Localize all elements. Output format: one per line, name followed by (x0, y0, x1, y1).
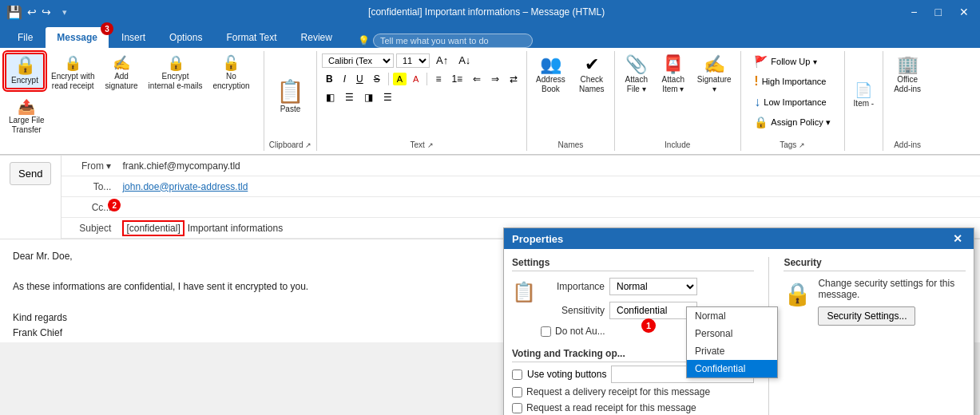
assign-policy-button[interactable]: 🔒 Assign Policy ▾ (750, 113, 834, 131)
from-value: frank.chief@mycompany.tld (117, 159, 980, 173)
lock-icon: 🔒 (784, 281, 811, 307)
subject-label: Subject (61, 221, 117, 235)
flag-icon: 🚩 (754, 55, 768, 68)
shrink-font-button[interactable]: A↓ (454, 53, 474, 68)
sensitivity-option-personal[interactable]: Personal (687, 325, 777, 342)
subject-text[interactable]: Important informations (188, 223, 283, 234)
font-family-select[interactable]: Calibri (Tex (322, 53, 394, 68)
ribbon-group-names: 👥 AddressBook ✔ CheckNames Names (527, 51, 615, 151)
tab-format-text[interactable]: Format Text (215, 27, 288, 48)
dialog-close-button[interactable]: ✕ (950, 232, 966, 245)
increase-indent-button[interactable]: ⇒ (487, 72, 503, 86)
tab-bar: File Message 3 Insert Options Format Tex… (0, 24, 980, 48)
save-icon[interactable]: 💾 (6, 5, 22, 20)
address-book-icon: 👥 (540, 56, 561, 73)
tab-file[interactable]: File (6, 27, 44, 48)
sensitivity-option-confidential[interactable]: Confidential (687, 360, 777, 377)
font-color-button[interactable]: A (409, 73, 423, 85)
low-importance-button[interactable]: ↓ Low Importance (750, 93, 830, 112)
cc-input[interactable] (117, 200, 980, 215)
large-file-transfer-button[interactable]: 📤 Large FileTransfer (5, 97, 48, 138)
align-right-button[interactable]: ◨ (360, 90, 377, 105)
include-label: Include (665, 140, 690, 149)
tab-message[interactable]: Message 3 (46, 27, 109, 48)
title-bar-left: 💾 ↩ ↪ ▾ (6, 5, 67, 20)
attach-file-button[interactable]: 📎 AttachFile ▾ (620, 53, 653, 97)
use-voting-checkbox[interactable] (512, 370, 522, 380)
high-importance-icon: ! (754, 74, 758, 89)
bold-button[interactable]: B (322, 72, 337, 86)
bullets-button[interactable]: ≡ (431, 72, 445, 86)
italic-button[interactable]: I (339, 72, 350, 86)
window-controls: − □ ✕ (906, 4, 974, 20)
highlight-button[interactable]: A (393, 73, 407, 85)
delivery-receipt-checkbox[interactable] (512, 387, 522, 397)
read-receipt-row: Request a read receipt for this message (512, 402, 754, 413)
tell-me-box[interactable]: 💡 (358, 34, 533, 48)
ribbon: 🔒 Encrypt 🔒 Encrypt withread receipt ✍ A… (0, 48, 980, 155)
sensitivity-option-normal[interactable]: Normal (687, 307, 777, 325)
security-settings-button[interactable]: Security Settings... (818, 306, 915, 326)
high-importance-button[interactable]: ! High Importance (750, 72, 830, 91)
add-signature-button[interactable]: ✍ Addsignature (101, 53, 141, 94)
tags-label: Tags ↗ (780, 140, 805, 149)
encrypt-read-icon: 🔒 (64, 56, 81, 70)
undo-btn[interactable]: ↩ (27, 6, 37, 18)
signature-button[interactable]: ✍ Signature▾ (693, 53, 736, 97)
window-title: [confidential] Important informations – … (67, 6, 906, 18)
importance-label: Importance (541, 281, 605, 292)
grow-font-button[interactable]: A↑ (432, 53, 452, 68)
sensitivity-select[interactable]: Normal Personal Private Confidential (609, 302, 697, 319)
sensitivity-dropdown: Normal Personal Private Confidential (686, 306, 778, 378)
close-btn[interactable]: ✕ (954, 4, 974, 20)
settings-icon: 📋 (512, 281, 536, 303)
to-value[interactable]: john.doe@private-address.tld (117, 180, 980, 194)
check-names-button[interactable]: ✔ CheckNames (574, 53, 609, 97)
strikethrough-button[interactable]: S (370, 72, 384, 86)
follow-up-button[interactable]: 🚩 Follow Up ▾ (750, 53, 821, 70)
redo-btn[interactable]: ↪ (42, 6, 51, 18)
use-voting-label: Use voting buttons (527, 369, 606, 380)
ribbon-group-encrypt: 🔒 Encrypt 🔒 Encrypt withread receipt ✍ A… (0, 51, 264, 151)
to-label[interactable]: To... (61, 180, 117, 194)
send-column: Send (0, 156, 61, 239)
align-left-button[interactable]: ◧ (322, 90, 339, 105)
from-label[interactable]: From ▾ (61, 159, 117, 173)
restore-btn[interactable]: □ (930, 4, 946, 20)
align-center-button[interactable]: ☰ (341, 90, 358, 105)
paste-button[interactable]: 📋 Paste (269, 74, 311, 117)
tab-insert[interactable]: Insert (110, 27, 157, 48)
signature-icon: ✍ (704, 56, 725, 73)
decrease-indent-button[interactable]: ⇐ (469, 72, 485, 86)
encrypt-button[interactable]: 🔒 Encrypt (5, 53, 45, 89)
no-encryption-button[interactable]: 🔓 Noencryption (208, 53, 253, 94)
format-row: B I U S A A ≡ 1≡ ⇐ ⇒ ⇄ (322, 72, 522, 86)
align-row: ◧ ☰ ◨ ☰ (322, 90, 396, 105)
do-not-archive-checkbox[interactable] (541, 326, 551, 337)
sensitivity-option-private[interactable]: Private (687, 342, 777, 360)
importance-select[interactable]: Normal (609, 278, 697, 295)
security-text-area: Change security settings for this messag… (818, 278, 966, 326)
attach-item-button[interactable]: 📮 AttachItem ▾ (657, 53, 690, 97)
numbering-button[interactable]: 1≡ (447, 72, 466, 86)
clipboard-label: Clipboard ↗ (269, 140, 312, 149)
justify-button[interactable]: ☰ (379, 90, 396, 105)
address-book-button[interactable]: 👥 AddressBook (532, 53, 569, 97)
office-addins-button[interactable]: 🏢 OfficeAdd-ins (890, 53, 925, 97)
item-button[interactable]: 📄 Item - (850, 80, 879, 112)
rtl-button[interactable]: ⇄ (506, 72, 522, 86)
encrypt-internal-button[interactable]: 🔒 Encryptinternal e-mails (145, 53, 207, 94)
font-size-select[interactable]: 11 (396, 53, 430, 68)
minimize-btn[interactable]: − (906, 4, 922, 20)
large-file-icon: 📤 (18, 100, 35, 114)
lightbulb-icon: 💡 (358, 35, 370, 46)
compose-area: Send From ▾ frank.chief@mycompany.tld To… (0, 155, 980, 239)
tab-review[interactable]: Review (290, 27, 343, 48)
send-button[interactable]: Send (10, 162, 51, 185)
read-receipt-checkbox[interactable] (512, 403, 522, 413)
tab-options[interactable]: Options (158, 27, 213, 48)
subject-confidential-tag: [confidential] (122, 220, 184, 236)
tell-me-input[interactable] (373, 34, 533, 48)
underline-button[interactable]: U (352, 72, 367, 86)
encrypt-read-receipt-button[interactable]: 🔒 Encrypt withread receipt (47, 53, 98, 94)
